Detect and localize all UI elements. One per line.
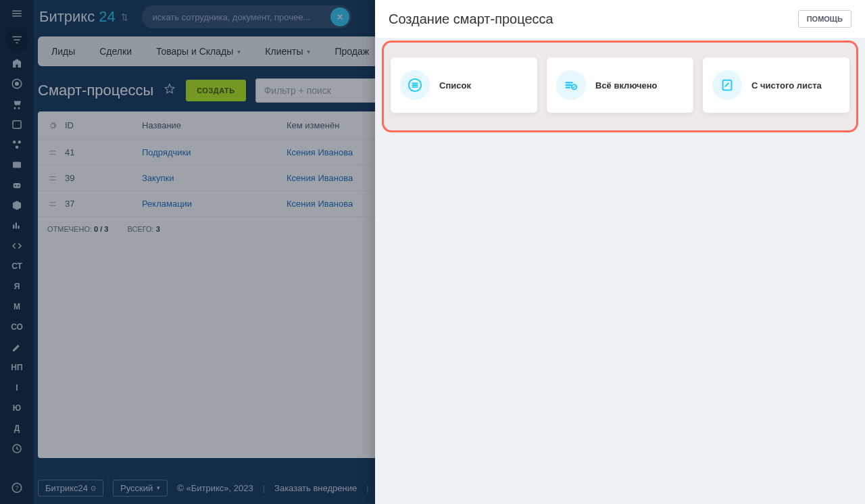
option-blank[interactable]: С чистого листа [703, 57, 849, 113]
option-label: С чистого листа [751, 80, 822, 91]
create-smart-process-panel: Создание смарт-процесса ПОМОЩЬ Список Вс… [375, 0, 865, 504]
panel-header: Создание смарт-процесса ПОМОЩЬ [375, 0, 865, 38]
option-list[interactable]: Список [391, 57, 537, 113]
panel-title: Создание смарт-процесса [389, 11, 553, 27]
help-button[interactable]: ПОМОЩЬ [798, 10, 851, 28]
option-label: Список [439, 80, 471, 91]
list-icon [400, 70, 430, 100]
option-label: Всё включено [595, 80, 658, 91]
all-inclusive-icon [556, 70, 586, 100]
options-highlight-box: Список Всё включено С чистого листа [382, 41, 858, 132]
blank-sheet-icon [712, 70, 742, 100]
option-all-inclusive[interactable]: Всё включено [547, 57, 693, 113]
